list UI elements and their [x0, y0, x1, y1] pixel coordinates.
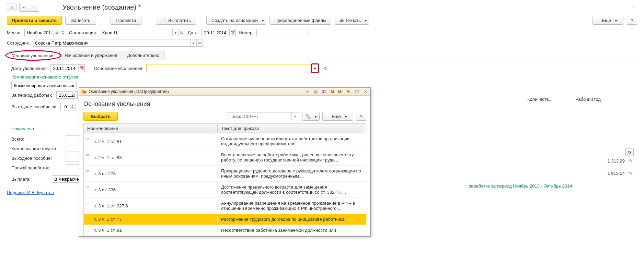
post-and-close-button[interactable]: Провести и закрыть — [7, 16, 62, 25]
tb-mminus-icon[interactable]: M- — [346, 89, 352, 94]
dialog-search-input[interactable] — [226, 112, 291, 120]
dialog-more-button[interactable]: Еще — [322, 112, 353, 121]
col-name[interactable]: Наименование ↓ — [84, 124, 218, 133]
severance-spin[interactable]: ▲▼ — [69, 103, 75, 110]
close-page-button[interactable]: × — [631, 5, 637, 10]
col-text[interactable]: Текст для приказа — [218, 124, 361, 133]
dialog-search[interactable]: × — [226, 112, 299, 120]
amount-1: 1 313,99 — [607, 158, 625, 164]
grid-header: Наименование ↓ Текст для приказа — [84, 124, 366, 133]
col-qty: Количеств... — [527, 97, 568, 102]
tb-mplus-icon[interactable]: M+ — [337, 89, 344, 94]
nav-group: ← → — [19, 3, 39, 12]
chevron-down-icon — [363, 18, 367, 23]
payment-input[interactable] — [52, 176, 81, 182]
compensation-kind-input[interactable] — [12, 82, 76, 89]
severance-label: Выходное пособие за: — [11, 104, 58, 109]
date-input[interactable] — [202, 29, 229, 36]
employee-field[interactable]: ▾ — [33, 39, 203, 47]
org-open-icon[interactable] — [179, 29, 185, 36]
compensation-heading: Компенсация основного отпуска — [11, 72, 633, 82]
grid-row[interactable]: п. 3 ст. 278Прекращение трудового догово… — [84, 166, 366, 182]
row-icon — [86, 153, 91, 156]
tab-conditions[interactable]: Условия увольнения — [7, 51, 60, 60]
scrollbar[interactable] — [361, 124, 366, 133]
page-title: Увольнение (создание) * — [62, 3, 141, 11]
home-button[interactable] — [7, 3, 16, 11]
dialog-select-button[interactable]: Выбрать — [83, 112, 118, 121]
amount-2: 1 913,04 — [607, 171, 625, 176]
org-input[interactable] — [100, 29, 172, 36]
dialog-search-clear-icon[interactable]: × — [291, 112, 299, 120]
date-calendar-icon[interactable] — [229, 29, 235, 36]
refresh-button[interactable]: ⟳ — [625, 148, 634, 156]
dialog-search-options[interactable]: 🔍 — [302, 112, 320, 121]
month-field[interactable]: ▲▼ — [24, 29, 66, 36]
dialog-help-button[interactable]: ? — [356, 112, 366, 121]
col-name-label: Наименование — [87, 126, 118, 131]
org-dropdown-icon[interactable]: ▾ — [172, 29, 179, 36]
date-field[interactable] — [202, 29, 236, 36]
post-button[interactable]: Провести — [111, 16, 141, 25]
tab-accruals[interactable]: Начисления и удержания — [59, 51, 122, 60]
edit-amount-2[interactable]: ✎ — [628, 170, 634, 176]
basis-field[interactable]: ▾ — [146, 64, 319, 72]
basis-dropdown-icon[interactable]: ▾ — [311, 64, 318, 72]
pay-button[interactable]: Выплатить — [156, 16, 196, 25]
period-from-field[interactable] — [56, 91, 78, 99]
basis-input[interactable] — [147, 64, 311, 72]
row-icon — [86, 169, 91, 172]
pay-icon — [161, 18, 166, 23]
employee-dropdown-icon[interactable]: ▾ — [190, 39, 196, 46]
dismiss-date-input[interactable] — [51, 65, 78, 72]
app-1c-icon — [81, 89, 87, 94]
create-based-button[interactable]: Создать на основании — [206, 16, 266, 25]
tab-additional[interactable]: Дополнительно — [122, 51, 164, 60]
employee-input[interactable] — [33, 39, 190, 46]
signatures-link[interactable]: Подписи: И.В. Булатов — [7, 190, 54, 195]
calendar-icon[interactable] — [78, 65, 84, 72]
period-from-input[interactable] — [57, 92, 77, 98]
payment-label: Выплата: — [11, 177, 49, 182]
employee-open-icon[interactable] — [196, 39, 203, 46]
month-picker-icon[interactable] — [54, 29, 60, 36]
right-table-header: Количеств... Рабочий год — [441, 97, 634, 102]
attachments-button[interactable]: Присоединенные файлы — [269, 16, 332, 25]
dialog-grid: Наименование ↓ Текст для приказа п. 2 ч.… — [83, 123, 366, 195]
print-label: Печать — [346, 18, 361, 23]
dismiss-date-label: Дата увольнения: — [11, 66, 48, 71]
more-button[interactable]: Еще — [593, 16, 623, 25]
print-button[interactable]: Печать — [335, 16, 369, 25]
payment-field[interactable] — [52, 175, 82, 183]
employee-label: Сотрудник: — [7, 40, 30, 46]
back-button[interactable]: ← — [20, 3, 29, 11]
help-button[interactable]: ? — [627, 16, 637, 25]
dismiss-date-field[interactable] — [50, 64, 85, 72]
basis-label: Основание увольнения: — [94, 66, 143, 71]
compensation-kind-field[interactable] — [11, 82, 77, 89]
tb-calc-icon[interactable]: ▤ — [313, 89, 319, 94]
grid-row[interactable]: п. 3 ст. 336Достижение предельного возра… — [84, 182, 366, 195]
number-input[interactable] — [256, 29, 308, 36]
tb-favorite-icon[interactable]: ★ — [304, 89, 311, 94]
tb-m-icon[interactable]: M — [329, 89, 335, 94]
forward-button[interactable]: → — [29, 3, 39, 11]
grid-row[interactable]: п. 2 ч. 1 ст. 83Восстановление на работе… — [84, 149, 366, 166]
save-button[interactable]: Записать — [65, 16, 96, 25]
severance-field[interactable]: ▲▼ — [60, 103, 76, 110]
basis-open-icon[interactable] — [322, 66, 329, 71]
grid-row[interactable]: п. 2 ч. 1 ст. 81Сокращение численности и… — [84, 133, 366, 149]
basis-dialog: Основания увольнения (1С:Предприятие) ★ … — [79, 87, 371, 195]
dialog-titlebar: Основания увольнения (1С:Предприятие) ★ … — [79, 88, 370, 96]
month-spin[interactable]: ▲▼ — [60, 29, 66, 36]
row-icon — [86, 185, 91, 189]
month-input[interactable] — [25, 29, 54, 36]
org-field[interactable]: ▾ — [100, 29, 185, 36]
dialog-close-icon[interactable]: ✕ — [362, 89, 368, 94]
date-label: Дата: — [188, 30, 199, 35]
edit-amount-1[interactable]: ✎ — [628, 158, 634, 164]
dialog-restore-icon[interactable]: ❐ — [354, 89, 360, 94]
tb-calendar-icon[interactable]: 31 — [321, 89, 327, 94]
severance-input[interactable] — [61, 103, 69, 110]
number-label: Номер: — [239, 30, 254, 35]
